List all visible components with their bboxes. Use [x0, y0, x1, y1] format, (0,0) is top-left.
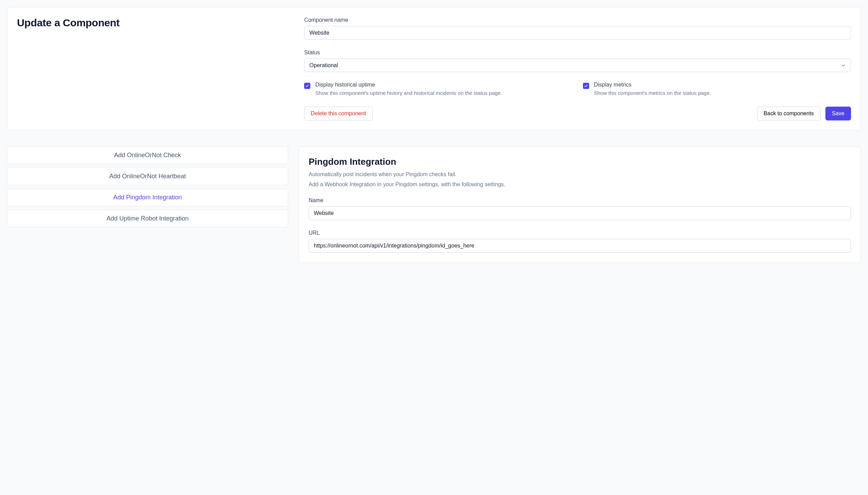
metrics-checkbox[interactable]: [583, 83, 589, 89]
integration-list: Add OnlineOrNot Check Add OnlineOrNot He…: [7, 146, 288, 263]
checkbox-row: Display historical uptime Show this comp…: [304, 82, 851, 97]
pingdom-card: Pingdom Integration Automatically post i…: [299, 146, 861, 263]
add-uptime-robot-integration-button[interactable]: Add Uptime Robot Integration: [7, 210, 288, 227]
lower-section: Add OnlineOrNot Check Add OnlineOrNot He…: [7, 146, 861, 263]
pingdom-name-value[interactable]: Website: [309, 206, 851, 220]
metrics-text: Display metrics Show this component's me…: [594, 82, 711, 97]
check-icon: [305, 84, 309, 88]
save-button[interactable]: Save: [825, 107, 851, 120]
pingdom-url-group: URL https://onlineornot.com/api/v1/integ…: [309, 230, 851, 253]
uptime-title: Display historical uptime: [315, 82, 502, 88]
component-name-label: Component name: [304, 17, 851, 23]
uptime-text: Display historical uptime Show this comp…: [315, 82, 502, 97]
add-onlineornot-check-button[interactable]: Add OnlineOrNot Check: [7, 146, 288, 164]
uptime-check-item: Display historical uptime Show this comp…: [304, 82, 572, 97]
pingdom-desc-1: Automatically post incidents when your P…: [309, 170, 851, 179]
add-pingdom-integration-button[interactable]: Add Pingdom Integration: [7, 189, 288, 206]
back-to-components-button[interactable]: Back to components: [757, 107, 821, 120]
check-icon: [584, 84, 588, 88]
form-col: Component name Status Operational Displa…: [304, 17, 851, 120]
delete-component-button[interactable]: Delete this component: [304, 107, 372, 120]
pingdom-name-label: Name: [309, 197, 851, 204]
pingdom-name-group: Name Website: [309, 197, 851, 220]
status-select[interactable]: Operational: [304, 58, 851, 72]
button-row: Delete this component Back to components…: [304, 107, 851, 120]
pingdom-desc-2: Add a Webhook Integration in your Pingdo…: [309, 180, 851, 189]
pingdom-fields: Name Website URL https://onlineornot.com…: [309, 197, 851, 253]
metrics-title: Display metrics: [594, 82, 711, 88]
metrics-check-item: Display metrics Show this component's me…: [583, 82, 851, 97]
status-group: Status Operational: [304, 50, 851, 72]
pingdom-title: Pingdom Integration: [309, 156, 851, 167]
status-label: Status: [304, 50, 851, 56]
component-name-group: Component name: [304, 17, 851, 40]
right-buttons: Back to components Save: [757, 107, 851, 120]
uptime-desc: Show this component's uptime history and…: [315, 89, 502, 97]
page-title: Update a Component: [17, 17, 290, 29]
uptime-checkbox[interactable]: [304, 83, 310, 89]
left-col: Update a Component: [17, 17, 290, 120]
update-component-card: Update a Component Component name Status…: [7, 7, 861, 130]
add-onlineornot-heartbeat-button[interactable]: Add OnlineOrNot Heartbeat: [7, 168, 288, 185]
pingdom-url-value[interactable]: https://onlineornot.com/api/v1/integrati…: [309, 239, 851, 253]
status-select-wrap: Operational: [304, 58, 851, 72]
pingdom-url-label: URL: [309, 230, 851, 236]
component-name-input[interactable]: [304, 26, 851, 40]
metrics-desc: Show this component's metrics on the sta…: [594, 89, 711, 97]
